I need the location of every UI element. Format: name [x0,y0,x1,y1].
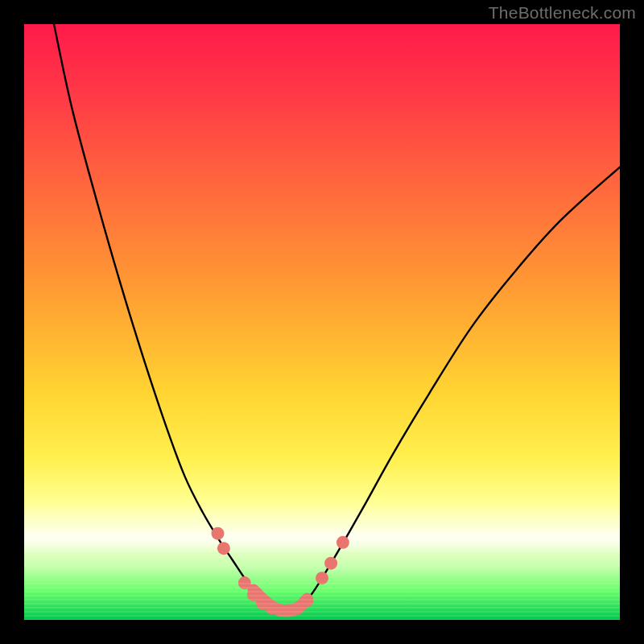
data-marker [336,536,349,549]
data-marker [217,542,230,555]
data-marker [238,576,251,589]
data-marker [316,572,328,584]
chart-frame: TheBottleneck.com [0,0,644,644]
series-right-curve [287,167,620,611]
watermark-text: TheBottleneck.com [489,3,636,23]
series-left-curve [54,24,287,611]
data-marker [212,527,225,540]
plot-area [24,24,620,620]
data-marker [301,594,314,607]
curves-svg [24,24,620,620]
data-marker [324,557,337,570]
